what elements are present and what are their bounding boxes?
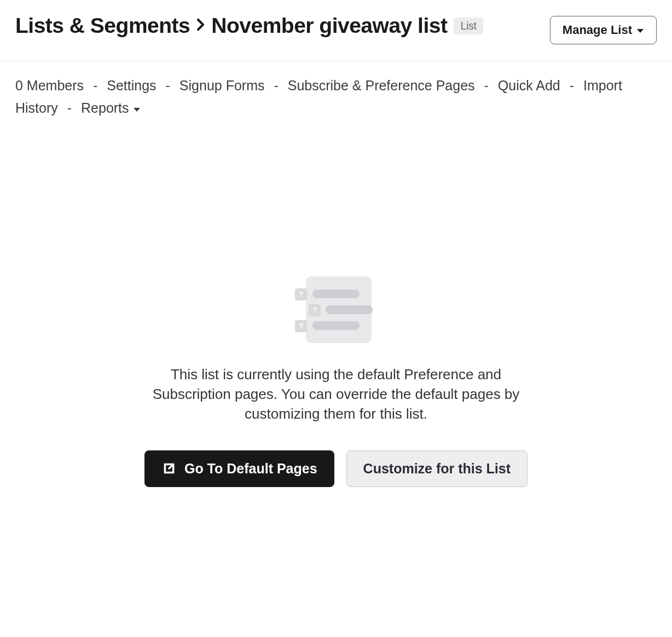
list-subnav: 0 Members - Settings - Signup Forms - Su… <box>0 61 672 120</box>
svg-rect-3 <box>312 289 360 298</box>
breadcrumb-current: November giveaway list <box>211 14 447 38</box>
nav-separator: - <box>570 78 574 93</box>
external-link-icon <box>161 461 177 476</box>
nav-separator: - <box>67 100 72 115</box>
nav-separator: - <box>274 78 278 93</box>
svg-text:?: ? <box>312 305 317 315</box>
empty-state-illustration-icon: ? ? ? <box>295 273 377 349</box>
nav-quick-add[interactable]: Quick Add <box>498 78 560 93</box>
manage-list-label: Manage List <box>563 23 632 37</box>
empty-state-actions: Go To Default Pages Customize for this L… <box>128 450 544 487</box>
manage-list-button[interactable]: Manage List <box>550 16 657 44</box>
empty-state-message: This list is currently using the default… <box>128 364 544 424</box>
nav-separator: - <box>166 78 170 93</box>
go-to-default-pages-button[interactable]: Go To Default Pages <box>144 450 334 487</box>
svg-text:?: ? <box>298 289 303 299</box>
svg-text:?: ? <box>298 321 303 331</box>
nav-settings[interactable]: Settings <box>107 78 156 93</box>
nav-separator: - <box>93 78 97 93</box>
customize-for-list-button[interactable]: Customize for this List <box>346 450 528 487</box>
nav-reports[interactable]: Reports <box>81 97 141 119</box>
svg-rect-9 <box>312 321 360 330</box>
caret-down-icon <box>133 97 141 119</box>
default-pages-label: Go To Default Pages <box>184 461 317 477</box>
nav-members[interactable]: 0 Members <box>15 78 84 93</box>
breadcrumb-parent[interactable]: Lists & Segments <box>15 14 190 38</box>
page-header: Lists & Segments November giveaway list … <box>0 0 672 61</box>
svg-rect-6 <box>326 305 373 314</box>
chevron-right-icon <box>196 16 205 35</box>
caret-down-icon <box>636 23 644 37</box>
nav-signup-forms[interactable]: Signup Forms <box>179 78 265 93</box>
nav-separator: - <box>484 78 489 93</box>
empty-state: ? ? ? This list is currently using the d… <box>128 273 544 487</box>
customize-label: Customize for this List <box>363 461 511 477</box>
nav-subscribe-pages[interactable]: Subscribe & Preference Pages <box>288 78 475 93</box>
list-type-badge: List <box>454 18 483 34</box>
breadcrumb: Lists & Segments November giveaway list … <box>15 14 483 38</box>
nav-reports-label: Reports <box>81 97 129 119</box>
